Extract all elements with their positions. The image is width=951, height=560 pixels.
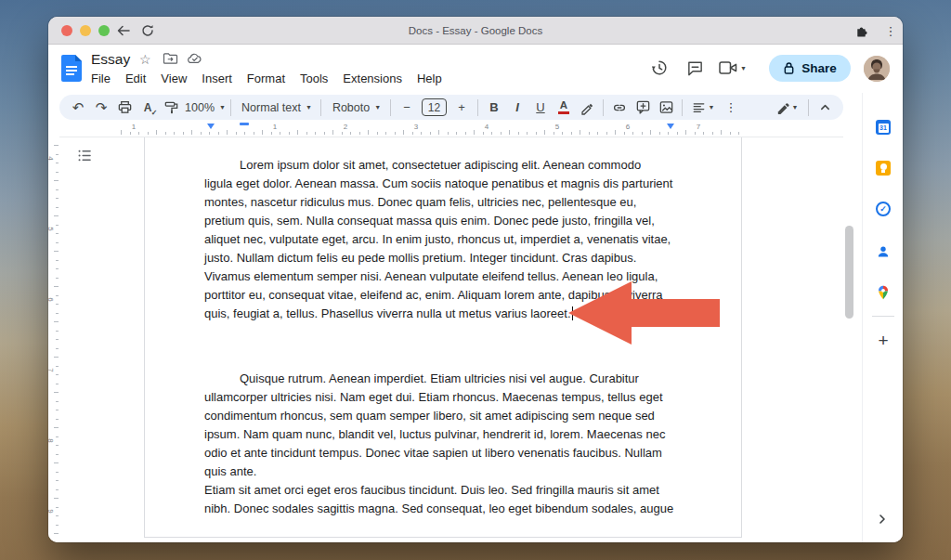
zoom-caret-icon: ▼ xyxy=(219,104,226,111)
text-line[interactable]: odio et ante tincidunt tempus. Donec vit… xyxy=(204,444,673,462)
ruler-tick xyxy=(491,132,492,135)
google-calendar-icon[interactable]: 31 xyxy=(875,119,892,136)
ruler-tick xyxy=(554,132,554,135)
ruler-tick xyxy=(456,132,457,135)
menu-item-tools[interactable]: Tools xyxy=(300,72,328,85)
insert-link-button[interactable] xyxy=(608,97,631,119)
text-line[interactable]: montes, nascetur ridiculus mus. Donec qu… xyxy=(204,193,672,212)
ruler-tick xyxy=(138,132,139,135)
text-line[interactable]: pretium quis, sem. Nulla consequat massa… xyxy=(204,212,672,230)
ruler-tick xyxy=(615,130,616,135)
collapse-side-panel-icon[interactable] xyxy=(876,513,889,529)
ruler-tick xyxy=(712,132,713,135)
ruler-tick xyxy=(201,132,202,135)
ruler-tick xyxy=(474,130,475,135)
user-avatar[interactable] xyxy=(864,56,890,82)
italic-button[interactable]: I xyxy=(506,97,528,119)
add-comment-button[interactable] xyxy=(632,97,654,119)
insert-image-button[interactable] xyxy=(655,97,677,119)
google-tasks-icon[interactable]: ✓ xyxy=(875,201,892,217)
ruler-tick xyxy=(54,498,59,499)
version-history-icon[interactable] xyxy=(647,56,671,80)
ruler-tick xyxy=(324,132,325,135)
ruler-tick xyxy=(56,454,59,455)
ruler-tick xyxy=(56,348,59,349)
share-button[interactable]: Share xyxy=(769,55,851,82)
lock-icon xyxy=(783,61,795,75)
horizontal-ruler[interactable]: 11234567 xyxy=(59,121,843,137)
text-color-button[interactable]: A xyxy=(553,97,575,119)
vertical-scrollbar-thumb[interactable] xyxy=(845,226,853,319)
extensions-puzzle-icon[interactable] xyxy=(853,22,869,39)
right-indent-marker[interactable] xyxy=(667,124,674,129)
text-line[interactable]: Etiam sit amet orci eget eros faucibus t… xyxy=(204,481,673,500)
paragraph: Quisque rutrum. Aenean imperdiet. Etiam … xyxy=(204,370,673,518)
zoom-select[interactable]: 100%▼ xyxy=(183,97,226,119)
text-line[interactable]: condimentum rhoncus, sem quam semper lib… xyxy=(204,407,673,425)
docs-header: Essay ☆ FileEditViewInsertFormatToolsExt… xyxy=(48,45,903,93)
move-to-folder-icon[interactable] xyxy=(163,52,178,65)
google-docs-logo[interactable] xyxy=(61,55,82,82)
text-line[interactable]: ipsum. Nam quam nunc, blandit vel, luctu… xyxy=(204,425,673,444)
font-family-select[interactable]: Roboto▼ xyxy=(326,97,385,119)
spell-check-button[interactable]: A✓ xyxy=(137,97,159,119)
print-button[interactable] xyxy=(113,97,136,119)
left-indent-marker[interactable] xyxy=(207,124,215,129)
ruler-tick xyxy=(738,132,739,135)
get-add-ons-button[interactable]: + xyxy=(875,332,892,349)
undo-button[interactable]: ↶ xyxy=(67,97,89,119)
more-options-button[interactable]: ⋮ xyxy=(720,97,742,119)
ruler-tick xyxy=(56,366,59,367)
menu-item-view[interactable]: View xyxy=(161,72,187,85)
show-document-outline-icon[interactable] xyxy=(77,149,92,166)
ruler-tick xyxy=(606,132,607,135)
first-line-indent-marker[interactable] xyxy=(240,123,249,125)
paint-format-button[interactable] xyxy=(160,97,182,119)
ruler-tick xyxy=(395,132,396,135)
side-panel-divider xyxy=(872,316,894,317)
ruler-tick xyxy=(580,130,580,135)
google-maps-icon[interactable] xyxy=(875,284,892,301)
text-line[interactable]: ullamcorper ultricies nisi. Nam eget dui… xyxy=(204,388,673,407)
menu-item-format[interactable]: Format xyxy=(247,72,285,85)
ruler-tick xyxy=(297,130,298,135)
vertical-ruler[interactable]: 456789 xyxy=(48,137,59,542)
decrease-font-size-button[interactable]: − xyxy=(396,97,418,119)
align-select[interactable]: ▼ xyxy=(687,97,719,119)
text-line[interactable]: nibh. Donec sodales sagittis magna. Sed … xyxy=(204,500,673,518)
editing-mode-select[interactable]: ▼ xyxy=(770,97,803,119)
ruler-tick xyxy=(54,251,59,252)
menu-item-extensions[interactable]: Extensions xyxy=(343,72,402,85)
increase-font-size-button[interactable]: + xyxy=(450,97,473,119)
browser-menu-kebab-icon[interactable]: ⋮ xyxy=(882,22,899,39)
ruler-tick xyxy=(56,445,59,446)
highlight-color-button[interactable] xyxy=(576,97,598,119)
cloud-saved-icon[interactable] xyxy=(187,52,203,64)
page-left-edge xyxy=(144,137,145,537)
video-call-icon[interactable]: ▼ xyxy=(717,56,749,80)
ruler-tick xyxy=(597,132,598,135)
hide-menus-button[interactable] xyxy=(814,97,836,119)
text-line[interactable]: aliquet nec, vulputate eget, arcu. In en… xyxy=(204,230,672,249)
paragraph-style-select[interactable]: Normal text▼ xyxy=(236,97,316,119)
star-document-icon[interactable]: ☆ xyxy=(139,52,151,67)
menu-item-edit[interactable]: Edit xyxy=(125,72,146,85)
text-line[interactable]: Quisque rutrum. Aenean imperdiet. Etiam … xyxy=(204,370,673,388)
ruler-tick xyxy=(56,331,59,332)
text-line[interactable]: Lorem ipsum dolor sit amet, consectetuer… xyxy=(204,156,672,175)
redo-button[interactable]: ↷ xyxy=(90,97,112,119)
bold-button[interactable]: B xyxy=(483,97,505,119)
comments-icon[interactable] xyxy=(683,56,707,80)
google-contacts-icon[interactable] xyxy=(875,243,892,260)
font-size-input[interactable]: 12 xyxy=(422,98,447,116)
google-keep-icon[interactable] xyxy=(875,160,892,176)
text-line[interactable]: quis ante. xyxy=(204,462,673,481)
ruler-tick xyxy=(377,132,378,135)
underline-button[interactable]: U xyxy=(529,97,552,119)
text-line[interactable]: ligula eget dolor. Aenean massa. Cum soc… xyxy=(204,175,672,193)
menu-item-insert[interactable]: Insert xyxy=(202,72,232,85)
text-line[interactable]: justo. Nullam dictum felis eu pede molli… xyxy=(204,249,672,267)
document-title[interactable]: Essay xyxy=(91,51,130,68)
menu-item-help[interactable]: Help xyxy=(417,72,442,85)
menu-item-file[interactable]: File xyxy=(91,72,111,85)
